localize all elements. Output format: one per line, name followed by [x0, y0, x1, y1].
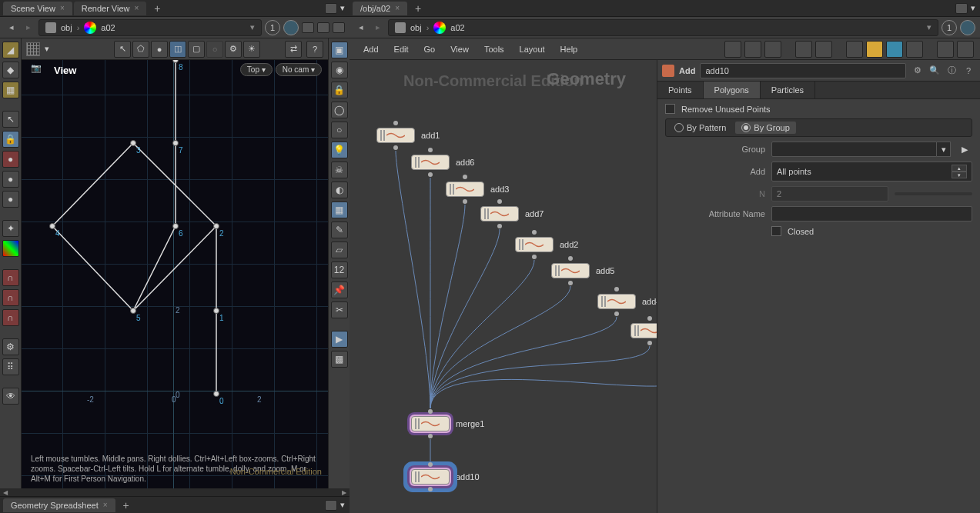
tool-magnet3[interactable]: ∩	[2, 309, 19, 326]
chevron-down-icon[interactable]: ▾	[45, 44, 49, 54]
point[interactable]	[213, 391, 219, 397]
tool-eye[interactable]: 👁	[2, 388, 19, 405]
node-add5[interactable]: add5	[551, 263, 614, 278]
node-add3[interactable]: add3	[446, 182, 509, 197]
tool-list-icon[interactable]	[744, 41, 761, 58]
by-pattern-option[interactable]: By Pattern	[668, 122, 732, 134]
vp-circle-icon[interactable]: ○	[206, 41, 223, 58]
node-name-input[interactable]	[700, 63, 906, 78]
remove-unused-checkbox[interactable]	[665, 104, 675, 114]
tool-search-icon[interactable]	[937, 41, 954, 58]
add-tab-button[interactable]: +	[117, 499, 135, 511]
attr-input[interactable]	[771, 206, 972, 222]
tool-arrow[interactable]: ↖	[2, 111, 19, 128]
tool-global[interactable]: ●	[2, 191, 19, 208]
tool-light[interactable]: ●	[2, 151, 19, 168]
breadcrumb[interactable]: obj› a02 ▾	[388, 19, 938, 36]
grid-icon[interactable]	[26, 42, 40, 56]
window-menu-icon[interactable]	[955, 3, 968, 14]
node-add6[interactable]: add6	[411, 155, 474, 170]
checker-icon[interactable]: ▩	[331, 351, 348, 368]
node-add10[interactable]: add10	[411, 469, 480, 485]
menu-layout[interactable]: Layout	[512, 42, 553, 57]
tool-select[interactable]: ◢	[2, 42, 19, 58]
window-menu-icon[interactable]	[325, 500, 337, 511]
circle-icon[interactable]	[960, 20, 975, 35]
close-icon[interactable]: ×	[103, 501, 108, 509]
point[interactable]	[213, 308, 219, 314]
tab-geo-spreadsheet[interactable]: Geometry Spreadsheet×	[3, 498, 115, 512]
brush-icon[interactable]: ✎	[331, 222, 348, 238]
chevron-down-icon[interactable]: ▾	[971, 3, 975, 13]
lock-icon[interactable]: 🔒	[331, 82, 348, 98]
take-number[interactable]: 1	[265, 20, 280, 35]
pin-icon[interactable]: 📌	[331, 281, 348, 298]
tab-network-path[interactable]: /obj/a02×	[353, 2, 407, 15]
vp-help-icon[interactable]: ?	[306, 41, 323, 58]
close-icon[interactable]: ×	[135, 4, 139, 12]
bulb-icon[interactable]: 💡	[331, 142, 348, 158]
by-group-option[interactable]: By Group	[735, 122, 795, 134]
chevron-down-icon[interactable]: ▾	[340, 3, 345, 13]
cut-icon[interactable]: ✂	[331, 301, 348, 318]
vp-blue1-icon[interactable]: ◫	[169, 41, 186, 58]
vp-box-icon[interactable]: ▢	[188, 41, 205, 58]
chevron-right-icon[interactable]: ▶	[342, 489, 346, 496]
search-icon[interactable]: 🔍	[928, 64, 942, 78]
node-merge1[interactable]: merge1	[411, 416, 484, 431]
display-opt-icon[interactable]	[333, 22, 345, 33]
nav-back-button[interactable]: ◂	[354, 21, 368, 35]
tool-lock[interactable]: 🔒	[2, 131, 19, 148]
chevron-down-icon[interactable]: ▾	[340, 500, 345, 510]
circle-icon[interactable]: ○	[331, 122, 348, 138]
circle-icon[interactable]	[283, 20, 299, 35]
node-add2[interactable]: add2	[515, 237, 578, 252]
tool-camera-icon[interactable]	[957, 41, 974, 58]
render-icon[interactable]: ▶	[331, 331, 348, 348]
info-icon[interactable]: ⓘ	[945, 64, 958, 78]
display-opt-icon[interactable]	[317, 22, 329, 33]
menu-tools[interactable]: Tools	[477, 42, 512, 57]
menu-edit[interactable]: Edit	[386, 42, 416, 57]
display-opt-icon[interactable]	[302, 22, 314, 33]
tool-axis[interactable]	[2, 240, 19, 257]
node-canvas[interactable]: Non-Commercial Edition Geometry add1add6…	[350, 60, 657, 513]
tool-panel-icon[interactable]	[764, 41, 781, 58]
node-add1[interactable]: add1	[376, 128, 440, 143]
tool-dots[interactable]: ⠿	[2, 358, 19, 375]
nav-fwd-button[interactable]: ▸	[22, 21, 35, 35]
param-tab-particles[interactable]: Particles	[761, 82, 815, 98]
vp-select-icon[interactable]: ↖	[114, 41, 131, 58]
help-icon[interactable]: ?	[962, 64, 975, 78]
point[interactable]	[130, 140, 136, 146]
tool-camera[interactable]: ●	[2, 171, 19, 188]
vp-brush-icon[interactable]: ●	[151, 41, 168, 58]
close-icon[interactable]: ×	[395, 4, 400, 12]
eraser-icon[interactable]: ▱	[331, 242, 348, 258]
node-add4[interactable]: add4	[597, 294, 657, 309]
vp-opts-icon[interactable]: ⇄	[285, 41, 302, 58]
menu-go[interactable]: Go	[416, 42, 443, 57]
skull-icon[interactable]: ☠	[331, 162, 348, 178]
nav-back-button[interactable]: ◂	[5, 21, 18, 35]
tool-bones[interactable]: ✦	[2, 220, 19, 237]
point[interactable]	[130, 308, 136, 314]
breadcrumb[interactable]: obj› a02 ▾	[38, 19, 262, 36]
chevron-left-icon[interactable]: ◀	[3, 489, 8, 496]
tool-dark-icon[interactable]	[846, 41, 863, 58]
add-dropdown[interactable]: All points ▴▾	[771, 162, 972, 182]
closed-checkbox[interactable]	[771, 226, 781, 236]
vp-lasso-icon[interactable]: ⬠	[132, 41, 149, 58]
vp-sun-icon[interactable]: ☀	[243, 41, 260, 58]
group-input[interactable]	[771, 142, 937, 157]
tool-handles[interactable]: ◆	[2, 62, 19, 78]
take-number[interactable]: 1	[942, 20, 957, 35]
window-menu-icon[interactable]	[325, 3, 337, 14]
ghost-icon[interactable]: ◯	[331, 102, 348, 118]
tool-magnet2[interactable]: ∩	[2, 289, 19, 306]
disp-shaded[interactable]: ◉	[331, 62, 348, 78]
vp-gear-icon[interactable]: ⚙	[225, 41, 242, 58]
node-add7[interactable]: add7	[480, 206, 544, 222]
tool-box-icon[interactable]	[906, 41, 923, 58]
tool-magnet1[interactable]: ∩	[2, 269, 19, 286]
